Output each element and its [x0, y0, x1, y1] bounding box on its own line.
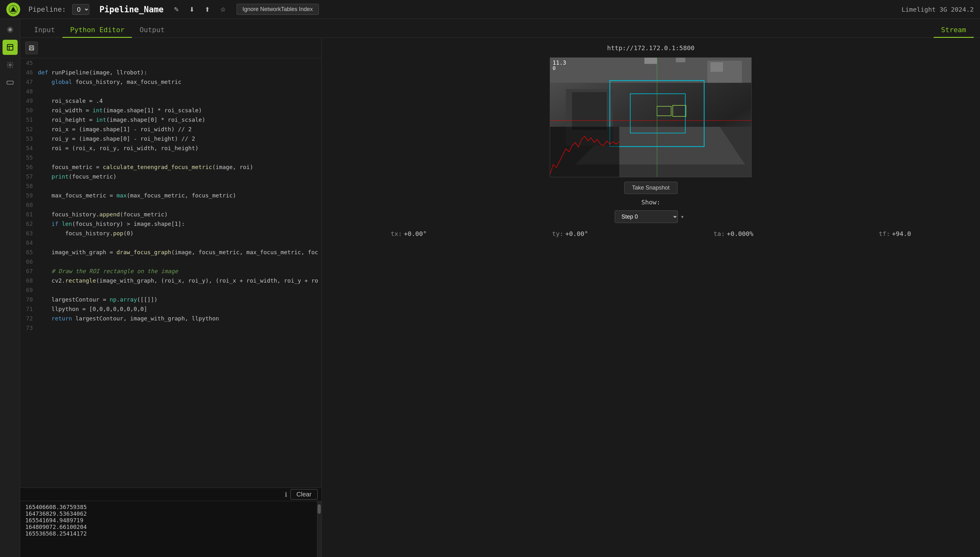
- line-number: 69: [20, 286, 38, 295]
- code-text: cv2.rectangle(image_with_graph, (roi_x, …: [38, 276, 321, 285]
- code-text: focus_history.append(focus_metric): [38, 210, 321, 219]
- console-scroll-thumb[interactable]: [317, 504, 321, 514]
- tf-value: +94.0: [892, 230, 911, 238]
- clear-console-button[interactable]: Clear: [290, 489, 317, 500]
- ty-label: ty:: [552, 230, 563, 238]
- line-number: 67: [20, 267, 38, 276]
- ta-label: ta:: [713, 230, 725, 238]
- download-pipeline-button[interactable]: ⬇: [187, 5, 197, 15]
- tab-output[interactable]: Output: [132, 23, 172, 38]
- tx-label: tx:: [391, 230, 402, 238]
- svg-rect-14: [30, 48, 33, 50]
- line-number: 56: [20, 163, 38, 172]
- svg-rect-9: [7, 81, 13, 84]
- code-text: [38, 200, 321, 209]
- step-select[interactable]: Step 0 Step 1 Step 2: [615, 210, 678, 223]
- code-line: 51 roi_height = int(image.shape[0] * roi…: [20, 115, 321, 125]
- console-info-button[interactable]: ℹ: [285, 491, 287, 498]
- code-line: 67 # Draw the ROI rectangle on the image: [20, 267, 321, 276]
- console-area: ℹ Clear 165406608.36759385164736829.5363…: [20, 488, 321, 557]
- code-line: 56 focus_metric = calculate_tenengrad_fo…: [20, 163, 321, 172]
- save-file-button[interactable]: [25, 42, 38, 54]
- sidebar-item-settings[interactable]: [3, 57, 18, 73]
- code-text: [38, 257, 321, 266]
- upload-pipeline-button[interactable]: ⬆: [202, 5, 213, 15]
- code-text: roi_y = (image.shape[0] - roi_height) //…: [38, 134, 321, 143]
- code-text: focus_history.pop(0): [38, 229, 321, 238]
- line-number: 68: [20, 276, 38, 285]
- tab-stream[interactable]: Stream: [934, 23, 974, 38]
- edit-pipeline-button[interactable]: ✎: [171, 5, 182, 15]
- tf-label: tf:: [879, 230, 890, 238]
- pipeline-num-select[interactable]: 0 1 2: [72, 4, 89, 15]
- svg-rect-31: [550, 127, 619, 177]
- console-line: 165541694.9489719: [25, 517, 312, 524]
- code-line: 59 max_focus_metric = max(max_focus_metr…: [20, 191, 321, 200]
- code-line: 70 largestContour = np.array([[]]): [20, 295, 321, 305]
- console-line: 165406608.36759385: [25, 504, 312, 510]
- svg-rect-23: [645, 58, 657, 64]
- tx-value: +0.00°: [404, 230, 427, 238]
- code-text: roi_x = (image.shape[1] - roi_width) // …: [38, 125, 321, 134]
- sidebar-item-home[interactable]: [3, 22, 18, 37]
- pipeline-label: Pipeline:: [28, 5, 66, 13]
- take-snapshot-button[interactable]: Take Snapshot: [624, 182, 677, 194]
- line-number: 48: [20, 87, 38, 96]
- svg-rect-22: [572, 92, 607, 130]
- metric-tx: tx: +0.00°: [391, 230, 427, 238]
- svg-point-4: [8, 28, 12, 31]
- tabs-bar: Input Python Editor Output Stream: [20, 19, 980, 38]
- code-text: print(focus_metric): [38, 172, 321, 181]
- line-number: 61: [20, 210, 38, 219]
- code-line: 55: [20, 153, 321, 163]
- console-toolbar: ℹ Clear: [20, 488, 321, 501]
- stream-url: http://172.172.0.1:5800: [328, 44, 974, 52]
- console-line: 165536568.25414172: [25, 530, 312, 537]
- code-text: [38, 238, 321, 247]
- code-text: return largestContour, image_with_graph,…: [38, 314, 321, 323]
- svg-text:0: 0: [553, 65, 556, 71]
- code-line: 57 print(focus_metric): [20, 172, 321, 181]
- line-number: 65: [20, 248, 38, 257]
- code-line: 66: [20, 257, 321, 267]
- line-number: 54: [20, 144, 38, 153]
- code-text: focus_metric = calculate_tenengrad_focus…: [38, 163, 321, 172]
- code-text: llpython = [0,0,0,0,0,0,0,0]: [38, 305, 321, 314]
- console-line: 164736829.53634062: [25, 510, 312, 517]
- sidebar-item-pipeline[interactable]: [3, 40, 18, 55]
- code-text: global focus_history, max_focus_metric: [38, 78, 321, 86]
- console-output: 165406608.36759385164736829.536340621655…: [20, 501, 317, 557]
- code-text: [38, 153, 321, 162]
- code-text: image_with_graph = draw_focus_graph(imag…: [38, 248, 321, 257]
- line-number: 71: [20, 305, 38, 314]
- pipeline-name: Pipeline_Name: [99, 5, 164, 14]
- line-number: 53: [20, 134, 38, 143]
- logo-icon: [6, 3, 20, 16]
- editor-panel: 45 46 def runPipeline(image, llrobot): 4…: [20, 38, 322, 557]
- code-text: [38, 286, 321, 295]
- code-area[interactable]: 45 46 def runPipeline(image, llrobot): 4…: [20, 59, 321, 488]
- show-row: Show:: [328, 199, 974, 206]
- tab-python-editor[interactable]: Python Editor: [62, 23, 132, 38]
- console-scrollbar[interactable]: [317, 501, 321, 557]
- tab-input[interactable]: Input: [26, 23, 62, 38]
- line-number: 45: [20, 59, 38, 67]
- main-content: Input Python Editor Output Stream 45 46: [20, 19, 980, 557]
- code-line: 63 focus_history.pop(0): [20, 229, 321, 238]
- star-pipeline-button[interactable]: ☆: [218, 5, 228, 15]
- code-line: 46 def runPipeline(image, llrobot):: [20, 68, 321, 77]
- sidebar-item-network[interactable]: [3, 75, 18, 90]
- code-line: 47 global focus_history, max_focus_metri…: [20, 77, 321, 87]
- ta-value: +0.000%: [727, 230, 753, 238]
- code-line: 65 image_with_graph = draw_focus_graph(i…: [20, 248, 321, 257]
- code-text: roi_height = int(image.shape[0] * roi_sc…: [38, 116, 321, 124]
- code-line: 73: [20, 323, 321, 333]
- code-line: 49 roi_scsale = .4: [20, 96, 321, 106]
- line-number: 50: [20, 106, 38, 115]
- code-text: max_focus_metric = max(max_focus_metric,…: [38, 191, 321, 200]
- line-number: 51: [20, 116, 38, 124]
- code-text: # Draw the ROI rectangle on the image: [38, 267, 321, 276]
- code-text: if len(focus_history) > image.shape[1]:: [38, 220, 321, 228]
- line-number: 47: [20, 78, 38, 86]
- ignore-networktables-button[interactable]: Ignore NetworkTables Index: [236, 4, 319, 15]
